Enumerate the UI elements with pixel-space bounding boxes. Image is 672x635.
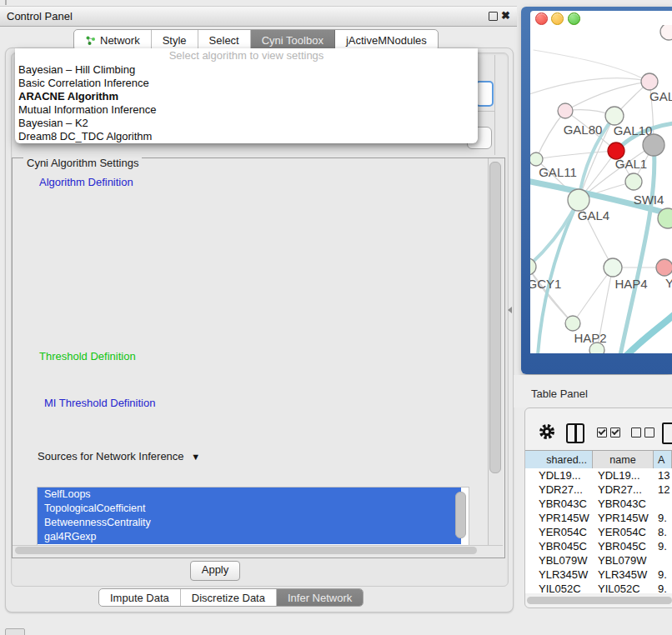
table-row[interactable]: YBR045CYBR045C9. xyxy=(525,539,672,553)
settings-hscrollbar-thumb[interactable] xyxy=(15,547,477,554)
settings-vscrollbar-thumb[interactable] xyxy=(489,162,501,473)
network-canvas[interactable]: GALGAL80GAL10GAL1GAL11SWI4GAL4GCY1HAP4YH… xyxy=(530,25,672,353)
collapse-down-icon[interactable]: ▼ xyxy=(191,451,200,462)
node-top-right[interactable] xyxy=(660,25,672,40)
table-cell: 12 xyxy=(654,482,672,497)
list-scrollbar-thumb[interactable] xyxy=(455,492,466,538)
tab-select[interactable]: Select xyxy=(198,30,251,50)
network-edge[interactable] xyxy=(530,200,579,267)
table-cell: 9. xyxy=(654,582,672,593)
attribute-item-topologicalcoefficient[interactable]: TopologicalCoefficient xyxy=(38,502,461,516)
node-gal11-label: GAL11 xyxy=(539,165,577,179)
table-row[interactable]: YIL052CYIL052C9. xyxy=(525,582,672,593)
column-header-shared-name[interactable]: shared... xyxy=(525,451,593,469)
deselect-all-checkbox-icon[interactable] xyxy=(631,428,641,438)
table-cell: YPR145W xyxy=(525,511,593,525)
dropdown-item-basic-correlation-inference[interactable]: Basic Correlation Inference xyxy=(15,77,478,90)
table-cell: YDL19... xyxy=(525,468,593,482)
gear-icon[interactable] xyxy=(538,422,556,441)
dropdown-item-dream8-dc-tdc-algorithm[interactable]: Dream8 DC_TDC Algorithm xyxy=(15,130,478,143)
groupbox-threshold-definition-title: Threshold Definition xyxy=(36,351,139,362)
table-cell: 9. xyxy=(654,568,672,582)
select-all-checkbox-icon[interactable] xyxy=(610,428,620,438)
float-window-icon[interactable] xyxy=(489,12,498,21)
bottom-tabbar: Impute DataDiscretize DataInfer Network xyxy=(98,588,364,607)
network-edge[interactable] xyxy=(536,111,565,159)
table-row[interactable]: YPR145WYPR145W9. xyxy=(525,511,672,525)
table-cell: YER054C xyxy=(593,525,654,539)
table-cell: YLR345W xyxy=(525,568,593,582)
dropdown-placeholder: Select algorithm to view settings xyxy=(15,48,478,63)
tab-cyni-toolbox[interactable]: Cyni Toolbox xyxy=(251,30,335,50)
node-gal10[interactable] xyxy=(605,107,624,125)
select-all-checkbox-icon[interactable] xyxy=(597,428,607,438)
table-row[interactable]: YLR345WYLR345W9. xyxy=(525,568,672,582)
dropdown-item-mutual-information-inference[interactable]: Mutual Information Inference xyxy=(15,103,478,117)
node-swi4[interactable] xyxy=(658,208,672,228)
tab-discretize-data[interactable]: Discretize Data xyxy=(181,589,277,606)
network-edge[interactable] xyxy=(534,50,649,82)
network-edge[interactable] xyxy=(627,315,672,353)
table-row[interactable]: YBR043CYBR043C xyxy=(525,497,672,511)
table-row[interactable]: YER054CYER054C8. xyxy=(525,525,672,539)
dropdown-item-aracne-algorithm[interactable]: ARACNE Algorithm xyxy=(15,90,478,103)
split-columns-icon[interactable] xyxy=(566,423,584,443)
table-panel-title: Table Panel xyxy=(531,388,588,400)
network-icon xyxy=(85,35,96,46)
tab-infer-network[interactable]: Infer Network xyxy=(277,589,363,606)
node-gal1[interactable] xyxy=(625,173,642,190)
node-gal80[interactable] xyxy=(558,103,573,118)
tab-style[interactable]: Style xyxy=(152,30,198,50)
node-gray[interactable] xyxy=(643,134,664,156)
column-header-partial[interactable]: A xyxy=(654,451,672,469)
tab-jactivemnodules[interactable]: jActiveMNodules xyxy=(335,30,438,50)
node-bottom[interactable] xyxy=(589,342,604,353)
table-cell: YDR27... xyxy=(525,482,593,497)
table-cell: YBL079W xyxy=(525,553,593,568)
node-hap2[interactable] xyxy=(565,316,580,331)
table-cell: YBR045C xyxy=(525,539,593,553)
tab-impute-data[interactable]: Impute Data xyxy=(99,589,181,606)
dropdown-item-bayesian-k2[interactable]: Bayesian – K2 xyxy=(15,117,478,130)
top-edge-mark xyxy=(5,0,7,5)
control-panel-titlebar: Control Panel ✖ xyxy=(0,6,517,27)
node-gal80-label: GAL80 xyxy=(564,122,603,137)
groupbox-cyni-settings-title: Cyni Algorithm Settings xyxy=(23,158,142,169)
export-table-icon[interactable] xyxy=(662,422,672,444)
groupbox-mi-threshold-title: MI Threshold Definition xyxy=(41,398,158,409)
deselect-all-checkbox-icon[interactable] xyxy=(644,428,654,438)
table-cell: 9. xyxy=(654,539,672,553)
node-gal-pink[interactable] xyxy=(641,73,658,90)
attribute-item-gal4rgexp[interactable]: gal4RGexp xyxy=(38,530,461,544)
apply-button[interactable]: Apply xyxy=(190,561,240,581)
table-cell: 9. xyxy=(654,511,672,525)
table-cell: YDR27... xyxy=(593,482,654,497)
table-cell: YIL052C xyxy=(525,582,593,593)
network-edge[interactable] xyxy=(565,82,649,111)
table-row[interactable]: YBL079WYBL079W xyxy=(525,553,672,568)
node-hap4[interactable] xyxy=(604,258,622,277)
window-close-traffic-light[interactable] xyxy=(535,12,548,25)
window-minimize-traffic-light[interactable] xyxy=(551,12,564,25)
window-zoom-traffic-light[interactable] xyxy=(568,12,580,25)
table-cell: YDL19... xyxy=(593,468,654,482)
attribute-item-selfloops[interactable]: SelfLoops xyxy=(38,488,461,502)
table-row[interactable]: YDL19...YDL19...13 xyxy=(525,468,672,482)
table-row[interactable]: YDR27...YDR27...12 xyxy=(525,482,672,497)
network-edge[interactable] xyxy=(530,78,649,100)
close-icon[interactable]: ✖ xyxy=(501,9,510,22)
groupbox-sources-title: Sources for Network Inference ▼ xyxy=(34,451,203,462)
panel-divider-arrow-icon[interactable] xyxy=(508,307,512,313)
table-cell: YER054C xyxy=(525,525,593,539)
column-header-name[interactable]: name xyxy=(593,451,654,469)
table-hscrollbar-thumb[interactable] xyxy=(527,597,672,604)
attribute-item-betweennesscentrality[interactable]: BetweennessCentrality xyxy=(38,516,461,530)
node-gal11[interactable] xyxy=(530,152,543,166)
node-gal1-label: GAL1 xyxy=(615,157,647,171)
table-cell: YBL079W xyxy=(593,553,654,568)
table-cell: YBR045C xyxy=(593,539,654,553)
tab-network[interactable]: Network xyxy=(74,30,152,50)
dropdown-item-bayesian-hill-climbing[interactable]: Bayesian – Hill Climbing xyxy=(15,63,478,77)
node-salmon[interactable] xyxy=(656,259,672,276)
network-edge[interactable] xyxy=(536,151,616,159)
